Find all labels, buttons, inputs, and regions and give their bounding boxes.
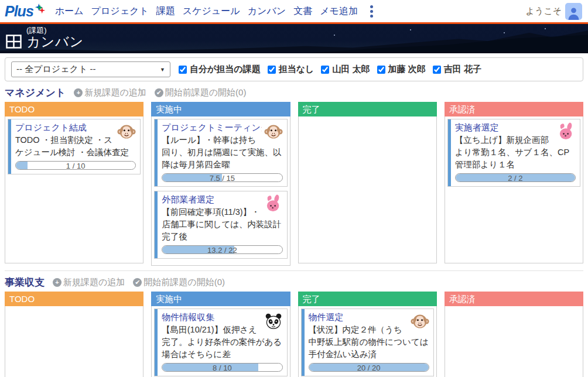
progress-label: 7.5 / 15: [162, 174, 282, 181]
user-avatar-icon[interactable]: [565, 3, 582, 20]
rabbit-icon: [264, 194, 283, 213]
column-body[interactable]: [298, 116, 437, 263]
column-header: 完了: [298, 102, 437, 116]
kanban-card[interactable]: 外部業者選定 【前回確定事項(11/3)】・店舗工事に関しては、内装設計完了後 …: [154, 191, 287, 259]
panda-icon: [264, 312, 283, 331]
column-body[interactable]: 物件情報収集 【島田(10/21)】仮押さえ完了。より好条件の案件がある場合はそ…: [151, 306, 290, 377]
mountain-backdrop: [0, 24, 588, 53]
start-issues-link[interactable]: ✔開始前課題の開始(0): [155, 87, 247, 98]
kanban-column: TODO プロジェクト結成 TODO ・担当割決定 ・スケジュール検討 ・会議体…: [5, 102, 143, 266]
top-navigation: Plus ホームプロジェクト課題スケジュールカンバン文書メモ追加 ようこそ: [0, 0, 588, 22]
checkbox-input[interactable]: [377, 66, 385, 74]
kanban-column: 実施中 物件情報収集 【島田(10/21)】仮押さえ完了。より好条件の案件がある…: [151, 292, 290, 377]
progress-label: 8 / 10: [162, 364, 282, 371]
kanban-card[interactable]: プロジェクトミーティング 【ルール】・幹事は持ち回り、初月は隔週にて実施、以降は…: [154, 119, 287, 187]
monkey-icon: [117, 122, 136, 141]
checkbox-label: 山田 太郎: [332, 64, 370, 75]
kanban-column: TODO: [5, 292, 143, 377]
checkbox-label: 吉田 花子: [444, 64, 481, 75]
star-dot: [334, 35, 335, 36]
kanban-column: 完了 物件選定 【状況】内定２件（うち中野坂上駅前の物件については手付金払い込み…: [298, 292, 437, 377]
welcome-text: ようこそ: [526, 6, 562, 17]
add-circle-icon: +: [74, 88, 83, 97]
kebab-menu-icon[interactable]: [367, 4, 376, 19]
column-body[interactable]: 実施者選定 【立ち上げ】新規企画部より常勤１名、サブ１名、CP管理部より１名 2…: [445, 116, 583, 263]
card-title-link[interactable]: 物件選定: [309, 312, 408, 323]
star-dot: [504, 32, 505, 33]
card-progress-bar: 7.5 / 15: [162, 173, 282, 182]
filter-checkbox-4[interactable]: 吉田 花子: [433, 64, 481, 75]
star-dot: [545, 28, 546, 29]
nav-item-4[interactable]: カンバン: [248, 5, 286, 18]
progress-label: 13.2 / 22: [162, 246, 282, 253]
assignee-filters: 自分が担当の課題担当なし山田 太郎加藤 次郎吉田 花子: [179, 64, 481, 75]
checkbox-input[interactable]: [321, 66, 329, 74]
kanban-board: マネジメント +新規課題の追加 ✔開始前課題の開始(0) TODO プロジェクト…: [0, 86, 588, 377]
card-progress-bar: 2 / 2: [455, 173, 576, 182]
checkbox-label: 加藤 次郎: [388, 64, 426, 75]
kanban-card[interactable]: プロジェクト結成 TODO ・担当割決定 ・スケジュール検討 ・会議体査定 1 …: [8, 119, 141, 174]
column-body[interactable]: 物件選定 【状況】内定２件（うち中野坂上駅前の物件については手付金払い込み済 2…: [298, 306, 437, 377]
nav-item-3[interactable]: スケジュール: [183, 5, 240, 18]
filter-bar: -- 全プロジェクト -- ▼ 自分が担当の課題担当なし山田 太郎加藤 次郎吉田…: [5, 57, 583, 81]
nav-item-6[interactable]: メモ追加: [320, 5, 358, 18]
banner-subtitle: (課題): [26, 26, 84, 35]
nav-item-1[interactable]: プロジェクト: [91, 5, 149, 18]
card-progress-bar: 1 / 10: [15, 161, 136, 170]
kanban-card[interactable]: 実施者選定 【立ち上げ】新規企画部より常勤１名、サブ１名、CP管理部より１名 2…: [447, 119, 580, 187]
filter-checkbox-2[interactable]: 山田 太郎: [321, 64, 370, 75]
column-body[interactable]: [5, 306, 143, 377]
filter-checkbox-0[interactable]: 自分が担当の課題: [179, 64, 261, 75]
card-title-link[interactable]: 外部業者選定: [162, 194, 261, 205]
kanban-column: 承認済: [445, 292, 583, 377]
card-title-link[interactable]: 物件情報収集: [162, 312, 261, 323]
column-header: TODO: [5, 292, 143, 306]
filter-checkbox-1[interactable]: 担当なし: [268, 64, 314, 75]
column-header: 承認済: [445, 292, 583, 306]
nav-item-5[interactable]: 文書: [293, 5, 312, 18]
kanban-card[interactable]: 物件選定 【状況】内定２件（うち中野坂上駅前の物件については手付金払い込み済 2…: [301, 309, 434, 376]
card-title-link[interactable]: プロジェクトミーティング: [162, 122, 261, 133]
filter-checkbox-3[interactable]: 加藤 次郎: [377, 64, 426, 75]
column-body[interactable]: プロジェクトミーティング 【ルール】・幹事は持ち回り、初月は隔週にて実施、以降は…: [151, 116, 290, 266]
project-select[interactable]: -- 全プロジェクト -- ▼: [11, 61, 170, 77]
checkbox-input[interactable]: [179, 66, 187, 74]
checkbox-input[interactable]: [433, 66, 441, 74]
start-issues-link[interactable]: ✔開始前課題の開始(0): [133, 277, 225, 288]
progress-label: 2 / 2: [456, 174, 575, 181]
kanban-section: マネジメント +新規課題の追加 ✔開始前課題の開始(0) TODO プロジェクト…: [5, 86, 583, 271]
star-dot: [410, 29, 411, 30]
column-body[interactable]: プロジェクト結成 TODO ・担当割決定 ・スケジュール検討 ・会議体査定 1 …: [5, 116, 143, 263]
logo-sparkle-icon: [34, 3, 47, 16]
checkbox-label: 担当なし: [279, 64, 314, 75]
plus-logo[interactable]: Plus: [5, 2, 47, 20]
checkbox-label: 自分が担当の課題: [190, 64, 261, 75]
nav-item-2[interactable]: 課題: [156, 5, 175, 18]
section-title-link[interactable]: マネジメント: [5, 86, 66, 100]
section-header: 事業収支 +新規課題の追加 ✔開始前課題の開始(0): [5, 276, 583, 289]
monkey-icon: [264, 122, 283, 141]
section-title-link[interactable]: 事業収支: [5, 276, 45, 289]
section-divider: [5, 270, 583, 271]
kanban-column: 実施中 プロジェクトミーティング 【ルール】・幹事は持ち回り、初月は隔週にて実施…: [151, 102, 290, 266]
add-issue-link[interactable]: +新規課題の追加: [53, 277, 125, 288]
column-body[interactable]: [445, 306, 583, 377]
plus-logo-text: Plus: [5, 2, 33, 20]
monkey-icon: [411, 312, 429, 331]
section-header: マネジメント +新規課題の追加 ✔開始前課題の開始(0): [5, 86, 583, 100]
nav-right: ようこそ: [526, 3, 582, 20]
card-progress-bar: 13.2 / 22: [162, 245, 282, 254]
column-header: 完了: [298, 292, 437, 306]
checkbox-input[interactable]: [268, 66, 276, 74]
select-dropdown-arrow-icon: ▼: [160, 67, 165, 73]
nav-item-0[interactable]: ホーム: [55, 5, 84, 18]
card-title-link[interactable]: 実施者選定: [455, 122, 555, 133]
column-header: 実施中: [151, 102, 290, 116]
kanban-card[interactable]: 物件情報収集 【島田(10/21)】仮押さえ完了。より好条件の案件がある場合はそ…: [154, 309, 287, 376]
rabbit-icon: [557, 122, 576, 141]
card-title-link[interactable]: プロジェクト結成: [15, 122, 115, 133]
kanban-column: 承認済 実施者選定 【立ち上げ】新規企画部より常勤１名、サブ１名、CP管理部より…: [445, 102, 583, 266]
kanban-column: 完了: [298, 102, 437, 266]
add-circle-icon: +: [53, 278, 61, 287]
add-issue-link[interactable]: +新規課題の追加: [74, 87, 146, 98]
